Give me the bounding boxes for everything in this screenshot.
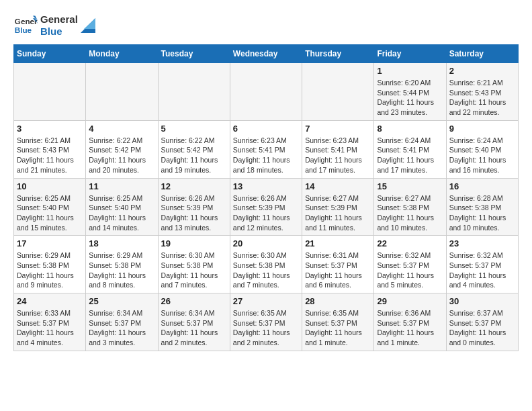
calendar-cell	[230, 63, 302, 121]
day-number: 1	[377, 66, 443, 76]
day-info: Sunrise: 6:37 AMSunset: 5:37 PMDaylight:…	[449, 308, 515, 348]
day-info: Sunrise: 6:26 AMSunset: 5:39 PMDaylight:…	[161, 193, 227, 233]
calendar-cell: 29Sunrise: 6:36 AMSunset: 5:37 PMDayligh…	[374, 293, 446, 351]
calendar-body: 1Sunrise: 6:20 AMSunset: 5:44 PMDaylight…	[14, 63, 519, 351]
calendar-cell: 9Sunrise: 6:24 AMSunset: 5:40 PMDaylight…	[446, 120, 518, 178]
day-number: 17	[17, 238, 83, 248]
calendar-cell: 20Sunrise: 6:30 AMSunset: 5:38 PMDayligh…	[230, 236, 302, 293]
day-info: Sunrise: 6:32 AMSunset: 5:37 PMDaylight:…	[449, 250, 515, 290]
day-number: 26	[161, 296, 227, 306]
day-number: 21	[305, 238, 371, 248]
calendar-cell: 30Sunrise: 6:37 AMSunset: 5:37 PMDayligh…	[446, 293, 518, 351]
weekday-header-monday: Monday	[86, 45, 158, 63]
calendar-cell: 6Sunrise: 6:23 AMSunset: 5:41 PMDaylight…	[230, 120, 302, 178]
day-number: 18	[89, 238, 154, 248]
day-info: Sunrise: 6:30 AMSunset: 5:38 PMDaylight:…	[233, 250, 299, 290]
day-number: 8	[377, 124, 443, 134]
day-number: 4	[89, 124, 154, 134]
logo-blue: Blue	[40, 26, 78, 38]
day-number: 13	[233, 181, 299, 191]
calendar-cell: 10Sunrise: 6:25 AMSunset: 5:40 PMDayligh…	[14, 178, 86, 236]
calendar-cell: 23Sunrise: 6:32 AMSunset: 5:37 PMDayligh…	[446, 236, 518, 293]
calendar-cell: 14Sunrise: 6:27 AMSunset: 5:39 PMDayligh…	[302, 178, 374, 236]
calendar-cell: 25Sunrise: 6:34 AMSunset: 5:37 PMDayligh…	[86, 293, 158, 351]
day-number: 3	[17, 124, 83, 134]
calendar-cell: 19Sunrise: 6:30 AMSunset: 5:38 PMDayligh…	[158, 236, 230, 293]
calendar-cell: 17Sunrise: 6:29 AMSunset: 5:38 PMDayligh…	[14, 236, 86, 293]
day-number: 29	[377, 296, 443, 306]
calendar-week-row: 24Sunrise: 6:33 AMSunset: 5:37 PMDayligh…	[14, 293, 519, 351]
day-info: Sunrise: 6:34 AMSunset: 5:37 PMDaylight:…	[161, 308, 227, 348]
day-info: Sunrise: 6:30 AMSunset: 5:38 PMDaylight:…	[161, 250, 227, 290]
day-number: 12	[161, 181, 227, 191]
day-info: Sunrise: 6:36 AMSunset: 5:37 PMDaylight:…	[377, 308, 443, 348]
day-info: Sunrise: 6:27 AMSunset: 5:39 PMDaylight:…	[305, 193, 371, 233]
day-number: 11	[89, 181, 154, 191]
calendar-cell: 24Sunrise: 6:33 AMSunset: 5:37 PMDayligh…	[14, 293, 86, 351]
calendar-cell	[86, 63, 158, 121]
calendar-table: SundayMondayTuesdayWednesdayThursdayFrid…	[13, 44, 519, 351]
calendar-cell: 3Sunrise: 6:21 AMSunset: 5:43 PMDaylight…	[14, 120, 86, 178]
day-number: 25	[89, 296, 154, 306]
day-number: 28	[305, 296, 371, 306]
day-info: Sunrise: 6:33 AMSunset: 5:37 PMDaylight:…	[17, 308, 83, 348]
day-info: Sunrise: 6:31 AMSunset: 5:37 PMDaylight:…	[305, 250, 371, 290]
day-info: Sunrise: 6:28 AMSunset: 5:38 PMDaylight:…	[449, 193, 515, 233]
calendar-cell: 1Sunrise: 6:20 AMSunset: 5:44 PMDaylight…	[374, 63, 446, 121]
day-info: Sunrise: 6:29 AMSunset: 5:38 PMDaylight:…	[17, 250, 83, 290]
calendar-header: SundayMondayTuesdayWednesdayThursdayFrid…	[14, 45, 519, 63]
calendar-cell	[302, 63, 374, 121]
calendar-cell	[158, 63, 230, 121]
day-info: Sunrise: 6:25 AMSunset: 5:40 PMDaylight:…	[17, 193, 83, 233]
day-number: 9	[449, 124, 515, 134]
weekday-header-row: SundayMondayTuesdayWednesdayThursdayFrid…	[14, 45, 519, 63]
day-number: 22	[377, 238, 443, 248]
calendar-cell: 7Sunrise: 6:23 AMSunset: 5:41 PMDaylight…	[302, 120, 374, 178]
day-info: Sunrise: 6:35 AMSunset: 5:37 PMDaylight:…	[233, 308, 299, 348]
logo-icon: General Blue	[13, 13, 38, 38]
day-number: 20	[233, 238, 299, 248]
calendar-cell: 5Sunrise: 6:22 AMSunset: 5:42 PMDaylight…	[158, 120, 230, 178]
calendar-cell: 21Sunrise: 6:31 AMSunset: 5:37 PMDayligh…	[302, 236, 374, 293]
weekday-header-saturday: Saturday	[446, 45, 518, 63]
calendar-cell: 16Sunrise: 6:28 AMSunset: 5:38 PMDayligh…	[446, 178, 518, 236]
day-number: 7	[305, 124, 371, 134]
day-number: 24	[17, 296, 83, 306]
svg-text:Blue: Blue	[15, 26, 32, 34]
calendar-cell: 12Sunrise: 6:26 AMSunset: 5:39 PMDayligh…	[158, 178, 230, 236]
day-number: 19	[161, 238, 227, 248]
logo-triangle-icon	[81, 18, 95, 33]
calendar-cell: 2Sunrise: 6:21 AMSunset: 5:43 PMDaylight…	[446, 63, 518, 121]
day-info: Sunrise: 6:21 AMSunset: 5:43 PMDaylight:…	[449, 78, 515, 118]
page-header: General Blue General Blue	[13, 13, 519, 38]
day-info: Sunrise: 6:24 AMSunset: 5:41 PMDaylight:…	[377, 136, 443, 175]
day-info: Sunrise: 6:32 AMSunset: 5:37 PMDaylight:…	[377, 250, 443, 290]
calendar-cell: 8Sunrise: 6:24 AMSunset: 5:41 PMDaylight…	[374, 120, 446, 178]
weekday-header-friday: Friday	[374, 45, 446, 63]
day-info: Sunrise: 6:29 AMSunset: 5:38 PMDaylight:…	[89, 250, 154, 290]
calendar-week-row: 3Sunrise: 6:21 AMSunset: 5:43 PMDaylight…	[14, 120, 519, 178]
day-info: Sunrise: 6:26 AMSunset: 5:39 PMDaylight:…	[233, 193, 299, 233]
day-info: Sunrise: 6:23 AMSunset: 5:41 PMDaylight:…	[305, 136, 371, 175]
day-info: Sunrise: 6:21 AMSunset: 5:43 PMDaylight:…	[17, 136, 83, 175]
day-number: 5	[161, 124, 227, 134]
calendar-cell: 27Sunrise: 6:35 AMSunset: 5:37 PMDayligh…	[230, 293, 302, 351]
calendar-cell: 15Sunrise: 6:27 AMSunset: 5:38 PMDayligh…	[374, 178, 446, 236]
day-info: Sunrise: 6:22 AMSunset: 5:42 PMDaylight:…	[89, 136, 154, 175]
day-number: 2	[449, 66, 515, 76]
svg-text:General: General	[15, 17, 38, 26]
calendar-cell: 13Sunrise: 6:26 AMSunset: 5:39 PMDayligh…	[230, 178, 302, 236]
day-info: Sunrise: 6:20 AMSunset: 5:44 PMDaylight:…	[377, 78, 443, 118]
day-number: 10	[17, 181, 83, 191]
logo-general: General	[40, 13, 78, 26]
calendar-cell: 28Sunrise: 6:35 AMSunset: 5:37 PMDayligh…	[302, 293, 374, 351]
day-info: Sunrise: 6:34 AMSunset: 5:37 PMDaylight:…	[89, 308, 154, 348]
weekday-header-sunday: Sunday	[14, 45, 86, 63]
day-number: 16	[449, 181, 515, 191]
day-info: Sunrise: 6:24 AMSunset: 5:40 PMDaylight:…	[449, 136, 515, 175]
day-info: Sunrise: 6:35 AMSunset: 5:37 PMDaylight:…	[305, 308, 371, 348]
calendar-week-row: 10Sunrise: 6:25 AMSunset: 5:40 PMDayligh…	[14, 178, 519, 236]
calendar-week-row: 1Sunrise: 6:20 AMSunset: 5:44 PMDaylight…	[14, 63, 519, 121]
calendar-cell: 18Sunrise: 6:29 AMSunset: 5:38 PMDayligh…	[86, 236, 158, 293]
day-number: 30	[449, 296, 515, 306]
